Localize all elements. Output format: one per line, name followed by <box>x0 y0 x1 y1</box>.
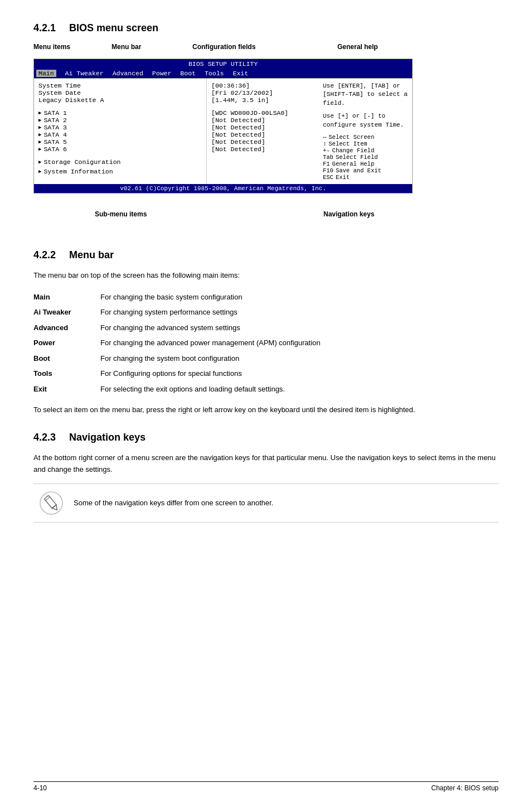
bios-sys-time-val: [00:36:36] <box>211 82 314 89</box>
menu-desc-tools: For Configuring options for special func… <box>100 366 499 381</box>
bios-screen: BIOS SETUP UTILITY Main Ai Tweaker Advan… <box>33 59 418 194</box>
footer-page-number: 4-10 <box>33 784 47 792</box>
bios-sata-val-4: [Not Detected] <box>211 131 314 138</box>
bios-sata-1: SATA 1 <box>38 109 202 117</box>
section-421: 4.2.1BIOS menu screen Menu items Menu ba… <box>33 22 499 233</box>
menu-item-exit: Exit <box>233 70 248 77</box>
bios-sys-date-val: [Fri 02/13/2002] <box>211 89 314 96</box>
label-menu-bar: Menu bar <box>112 43 141 51</box>
bios-menubar: Main Ai Tweaker Advanced Power Boot Tool… <box>34 69 412 78</box>
table-row: Exit For selecting the exit options and … <box>33 381 499 397</box>
menu-desc-advanced: For changing the advanced system setting… <box>100 320 499 336</box>
bios-sata-4: SATA 4 <box>38 131 202 138</box>
nav-key-select-field: TabSelect Field <box>323 154 408 161</box>
bios-system-info: System Information <box>38 168 202 175</box>
label-nav-keys: Navigation keys <box>323 210 374 218</box>
nav-key-f1: F1General Help <box>323 161 408 167</box>
label-submenu-items: Sub-menu items <box>95 210 147 218</box>
bios-title: BIOS SETUP UTILITY <box>34 59 412 69</box>
bios-legacy-label: Legacy Diskette A <box>38 96 202 104</box>
bios-help-text-1: Use [ENTER], [TAB] or [SHIFT-TAB] to sel… <box>323 82 408 108</box>
bios-sata-val-3: [Not Detected] <box>211 124 314 131</box>
footer-chapter: Chapter 4: BIOS setup <box>431 784 499 792</box>
section-422: 4.2.2Menu bar The menu bar on top of the… <box>33 249 499 416</box>
table-row: Ai Tweaker For changing system performan… <box>33 305 499 320</box>
menu-key-main: Main <box>33 289 100 305</box>
label-config-fields: Configuration fields <box>192 43 255 51</box>
menu-desc-main: For changing the basic system configurat… <box>100 289 499 305</box>
bios-sys-time-label: System Time <box>38 82 202 89</box>
note-icon <box>38 490 65 516</box>
menu-desc-power: For changing the advanced power manageme… <box>100 335 499 351</box>
bios-legacy-val: [1.44M, 3.5 in] <box>211 96 314 104</box>
nav-key-esc: ESCExit <box>323 174 408 181</box>
menu-desc-ai-tweaker: For changing system performance settings <box>100 305 499 320</box>
bios-sata-5: SATA 5 <box>38 138 202 146</box>
section-423-heading: 4.2.3Navigation keys <box>33 432 499 443</box>
section-423: 4.2.3Navigation keys At the bottom right… <box>33 432 499 523</box>
note-text: Some of the navigation keys differ from … <box>74 497 273 509</box>
bios-sata-val-1: [WDC WD800JD-00LSA0] <box>211 109 314 117</box>
bios-help-text-2: Use [+] or [-] to configure system Time. <box>323 112 408 129</box>
table-row: Boot For changing the system boot config… <box>33 351 499 366</box>
nav-key-select-item: ↕Select Item <box>323 141 408 147</box>
section-422-heading: 4.2.2Menu bar <box>33 249 499 261</box>
note-box: Some of the navigation keys differ from … <box>33 484 499 523</box>
table-row: Advanced For changing the advanced syste… <box>33 320 499 336</box>
section-422-intro: The menu bar on top of the screen has th… <box>33 270 499 282</box>
menu-bar-table: Main For changing the basic system confi… <box>33 289 499 397</box>
bios-sata-val-6: [Not Detected] <box>211 146 314 153</box>
menu-item-tools: Tools <box>205 70 224 77</box>
section-421-heading: 4.2.1BIOS menu screen <box>33 22 499 34</box>
menu-item-ai-tweaker: Ai Tweaker <box>65 70 104 77</box>
page-footer: 4-10 Chapter 4: BIOS setup <box>33 781 499 792</box>
bios-sata-list: SATA 1 SATA 2 SATA 3 SATA 4 SATA 5 SATA … <box>38 109 202 153</box>
table-row: Tools For Configuring options for specia… <box>33 366 499 381</box>
menu-item-boot: Boot <box>180 70 196 77</box>
bios-center-col: [00:36:36] [Fri 02/13/2002] [1.44M, 3.5 … <box>207 79 318 184</box>
menu-item-main: Main <box>36 70 56 77</box>
bios-right-col: Use [ENTER], [TAB] or [SHIFT-TAB] to sel… <box>318 79 412 184</box>
bios-sata-2: SATA 2 <box>38 117 202 124</box>
menu-item-power: Power <box>152 70 172 77</box>
label-menu-items: Menu items <box>33 43 70 51</box>
section-423-body: At the bottom right corner of a menu scr… <box>33 452 499 476</box>
menu-key-advanced: Advanced <box>33 320 100 336</box>
bios-storage-config: Storage Coniguration <box>38 158 202 166</box>
bios-sata-6: SATA 6 <box>38 146 202 153</box>
table-row: Power For changing the advanced power ma… <box>33 335 499 351</box>
menu-item-advanced: Advanced <box>113 70 143 77</box>
menu-desc-exit: For selecting the exit options and loadi… <box>100 381 499 397</box>
section-422-footer: To select an item on the menu bar, press… <box>33 404 499 416</box>
bios-footer: v02.61 (C)Copyright 1985-2008, American … <box>34 184 412 193</box>
bios-sata-val-5: [Not Detected] <box>211 138 314 146</box>
menu-key-ai-tweaker: Ai Tweaker <box>33 305 100 320</box>
menu-key-tools: Tools <box>33 366 100 381</box>
bios-sata-val-2: [Not Detected] <box>211 117 314 124</box>
pencil-icon <box>38 490 65 516</box>
menu-key-power: Power <box>33 335 100 351</box>
svg-point-0 <box>40 492 62 514</box>
bios-sata-3: SATA 3 <box>38 124 202 131</box>
svg-marker-2 <box>52 505 59 512</box>
bios-nav-keys: ↔Select Screen ↕Select Item +-Change Fie… <box>323 134 408 181</box>
menu-desc-boot: For changing the system boot configurati… <box>100 351 499 366</box>
menu-key-exit: Exit <box>33 381 100 397</box>
nav-key-select-screen: ↔Select Screen <box>323 134 408 141</box>
bios-sys-date-label: System Date <box>38 89 202 96</box>
bios-sata-vals: [WDC WD800JD-00LSA0] [Not Detected] [Not… <box>211 109 314 153</box>
bios-left-col: System Time System Date Legacy Diskette … <box>34 79 207 184</box>
menu-key-boot: Boot <box>33 351 100 366</box>
table-row: Main For changing the basic system confi… <box>33 289 499 305</box>
nav-key-change-field: +-Change Field <box>323 147 408 154</box>
nav-key-f10: F10Save and Exit <box>323 167 408 174</box>
bios-sys-info: System Time System Date Legacy Diskette … <box>38 82 202 104</box>
label-general-help: General help <box>337 43 378 51</box>
